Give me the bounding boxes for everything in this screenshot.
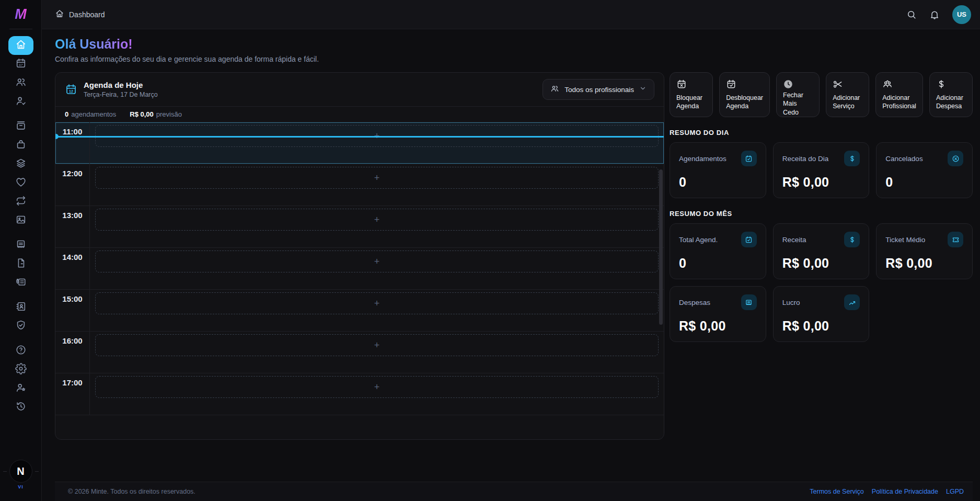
- right-column: Bloquear Agenda Desbloquear Agenda Fecha…: [670, 72, 973, 440]
- history-icon: [15, 401, 27, 414]
- repeat-icon: [15, 195, 27, 209]
- slot-cell-15[interactable]: +: [90, 290, 664, 331]
- sidebar-item-favorites[interactable]: [8, 174, 33, 192]
- sidebar-group-catalog: [8, 117, 33, 230]
- sidebar-item-services[interactable]: [8, 155, 33, 174]
- page-content: Olá Usuário! Confira as informações do s…: [42, 29, 980, 501]
- dev-badge[interactable]: N VI: [0, 460, 41, 489]
- professional-filter-dropdown[interactable]: Todos os profissionais: [543, 79, 654, 100]
- lgpd-link[interactable]: LGPD: [946, 488, 964, 495]
- schedule-row: 15:00 +: [55, 290, 664, 332]
- block-agenda-button[interactable]: Bloquear Agenda: [670, 72, 713, 117]
- sidebar-item-products[interactable]: [8, 136, 33, 155]
- page-title: Olá Usuário!: [55, 37, 133, 52]
- search-icon[interactable]: [906, 9, 917, 20]
- sidebar: M: [0, 0, 42, 501]
- users-icon: [15, 76, 27, 90]
- sidebar-item-help[interactable]: [8, 341, 33, 360]
- sidebar-item-contacts[interactable]: [8, 298, 33, 317]
- sidebar-item-clients[interactable]: [8, 74, 33, 93]
- plus-icon: +: [374, 257, 380, 266]
- copyright-text: © 2026 Minte. Todos os direitos reservad…: [68, 488, 195, 495]
- add-appointment-dropzone[interactable]: +: [95, 209, 659, 231]
- sidebar-item-history[interactable]: [8, 398, 33, 417]
- badge-n-logo[interactable]: N: [9, 460, 32, 483]
- sidebar-item-home[interactable]: [8, 36, 33, 55]
- sidebar-item-settings[interactable]: [8, 360, 33, 379]
- quick-actions: Bloquear Agenda Desbloquear Agenda Fecha…: [670, 72, 973, 117]
- card-label: Agendamentos: [679, 155, 727, 163]
- card-label: Lucro: [782, 299, 800, 306]
- quick-action-label: Adicionar Despesa: [936, 94, 966, 111]
- add-service-button[interactable]: Adicionar Serviço: [826, 72, 869, 117]
- sidebar-item-billing[interactable]: [8, 274, 33, 292]
- add-appointment-dropzone[interactable]: +: [95, 251, 659, 272]
- svg-text:12: 12: [69, 89, 73, 93]
- quick-action-label: Desbloquear Agenda: [726, 94, 763, 111]
- footer: © 2026 Minte. Todos os direitos reservad…: [55, 482, 973, 501]
- sidebar-item-calendar[interactable]: [8, 55, 33, 74]
- unblock-agenda-button[interactable]: Desbloquear Agenda: [719, 72, 770, 117]
- slot-cell-16[interactable]: +: [90, 332, 664, 373]
- schedule-grid: 11:00 + 12:00 + 13:00: [55, 122, 664, 439]
- card-value: 0: [885, 175, 963, 190]
- add-appointment-dropzone[interactable]: +: [95, 334, 659, 356]
- day-revenue-card: Receita do Dia R$ 0,00: [773, 142, 870, 198]
- calendar-icon: [15, 58, 27, 71]
- add-appointment-dropzone[interactable]: +: [95, 376, 659, 398]
- privacy-link[interactable]: Política de Privacidade: [872, 488, 938, 495]
- x-circle-icon: [948, 151, 963, 166]
- plus-icon: +: [374, 382, 380, 392]
- time-label: 15:00: [55, 290, 90, 331]
- sidebar-item-professionals[interactable]: [8, 93, 33, 111]
- time-label: 17:00: [55, 373, 90, 415]
- card-label: Receita: [782, 236, 806, 244]
- time-label: 14:00: [55, 248, 90, 289]
- sidebar-item-admin-user[interactable]: [8, 379, 33, 398]
- terms-link[interactable]: Termos de Serviço: [810, 488, 864, 495]
- add-appointment-dropzone[interactable]: +: [95, 167, 659, 189]
- sidebar-item-gallery[interactable]: [8, 211, 33, 230]
- slot-cell-17[interactable]: +: [90, 373, 664, 415]
- sidebar-item-receipts[interactable]: [8, 236, 33, 255]
- schedule-row-current: 11:00 +: [55, 122, 664, 164]
- topbar: Dashboard US: [42, 0, 980, 29]
- card-label: Total Agend.: [679, 236, 718, 244]
- sidebar-item-documents[interactable]: [8, 255, 33, 274]
- professional-filter-value: Todos os profissionais: [564, 86, 634, 94]
- file-icon: [15, 257, 27, 271]
- card-value: 0: [679, 256, 757, 271]
- plus-icon: +: [374, 299, 380, 308]
- plus-icon: +: [374, 173, 380, 183]
- calendar-check-icon: [726, 79, 763, 91]
- agenda-stats-bar: 0agendamentos R$ 0,00previsão: [55, 106, 664, 122]
- shopping-bag-icon: [15, 139, 27, 152]
- slot-cell-12[interactable]: +: [90, 164, 664, 206]
- badge-dash-left: [3, 471, 7, 472]
- slot-cell-13[interactable]: +: [90, 206, 664, 247]
- sidebar-item-recurring[interactable]: [8, 192, 33, 211]
- avatar[interactable]: US: [952, 5, 971, 24]
- slot-cell-14[interactable]: +: [90, 248, 664, 289]
- add-expense-button[interactable]: Adicionar Despesa: [929, 72, 973, 117]
- agenda-scrollbar-thumb[interactable]: [659, 169, 663, 325]
- receipt-icon: [741, 294, 757, 310]
- agenda-date: Terça-Feira, 17 De Março: [84, 91, 158, 98]
- home-icon: [15, 39, 27, 52]
- sidebar-divider: [9, 29, 32, 29]
- bell-icon[interactable]: [929, 9, 940, 20]
- invoice-icon: [15, 276, 27, 290]
- close-early-button[interactable]: Fechar Mais Cedo: [776, 72, 820, 117]
- month-summary-grid: Total Agend. 0 Receita R$ 0,00: [670, 223, 973, 342]
- sidebar-item-inventory[interactable]: [8, 117, 33, 136]
- appointments-stat: 0agendamentos: [65, 110, 116, 118]
- footer-links: Termos de Serviço Política de Privacidad…: [810, 488, 964, 495]
- slot-cell-11[interactable]: +: [90, 122, 664, 164]
- profit-card: Lucro R$ 0,00: [773, 286, 870, 342]
- chevron-down-icon: [639, 85, 647, 94]
- agenda-card: 12 Agenda de Hoje Terça-Feira, 17 De Mar…: [55, 72, 664, 440]
- sidebar-item-security[interactable]: [8, 317, 33, 336]
- add-professional-button[interactable]: Adicionar Profissional: [875, 72, 923, 117]
- breadcrumb[interactable]: Dashboard: [55, 9, 105, 20]
- add-appointment-dropzone[interactable]: +: [95, 292, 659, 314]
